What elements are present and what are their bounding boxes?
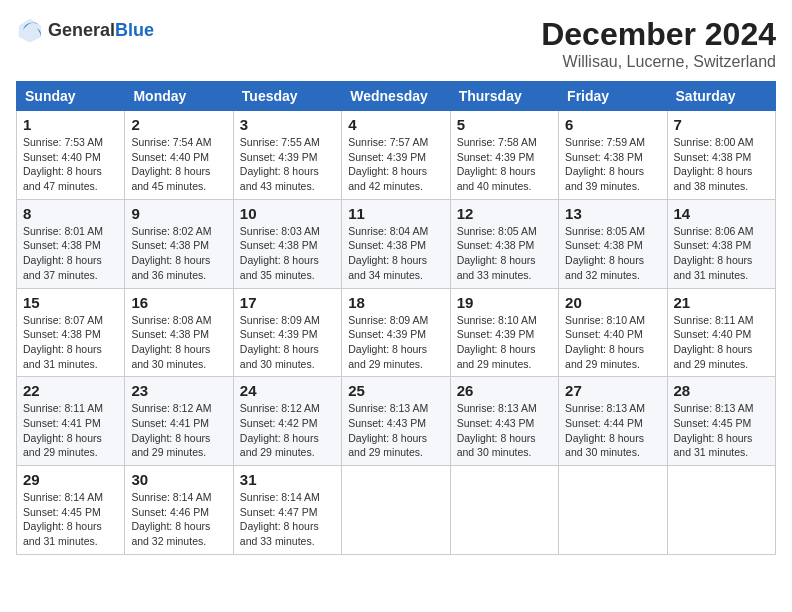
day-info: Sunrise: 8:14 AMSunset: 4:47 PMDaylight:… <box>240 490 335 549</box>
day-info: Sunrise: 8:09 AMSunset: 4:39 PMDaylight:… <box>348 313 443 372</box>
day-info: Sunrise: 8:09 AMSunset: 4:39 PMDaylight:… <box>240 313 335 372</box>
weekday-header-thursday: Thursday <box>450 82 558 111</box>
day-number: 4 <box>348 116 443 133</box>
calendar-cell: 14Sunrise: 8:06 AMSunset: 4:38 PMDayligh… <box>667 199 775 288</box>
logo-blue: Blue <box>115 20 154 40</box>
weekday-header-monday: Monday <box>125 82 233 111</box>
calendar-week-row: 22Sunrise: 8:11 AMSunset: 4:41 PMDayligh… <box>17 377 776 466</box>
day-info: Sunrise: 8:14 AMSunset: 4:46 PMDaylight:… <box>131 490 226 549</box>
day-info: Sunrise: 8:07 AMSunset: 4:38 PMDaylight:… <box>23 313 118 372</box>
calendar-cell: 26Sunrise: 8:13 AMSunset: 4:43 PMDayligh… <box>450 377 558 466</box>
day-number: 24 <box>240 382 335 399</box>
calendar-cell: 30Sunrise: 8:14 AMSunset: 4:46 PMDayligh… <box>125 466 233 555</box>
day-info: Sunrise: 8:13 AMSunset: 4:45 PMDaylight:… <box>674 401 769 460</box>
day-info: Sunrise: 7:55 AMSunset: 4:39 PMDaylight:… <box>240 135 335 194</box>
location-title: Willisau, Lucerne, Switzerland <box>541 53 776 71</box>
logo-icon <box>16 16 44 44</box>
day-number: 14 <box>674 205 769 222</box>
day-number: 15 <box>23 294 118 311</box>
day-number: 18 <box>348 294 443 311</box>
calendar-cell: 12Sunrise: 8:05 AMSunset: 4:38 PMDayligh… <box>450 199 558 288</box>
day-info: Sunrise: 7:53 AMSunset: 4:40 PMDaylight:… <box>23 135 118 194</box>
calendar-cell: 13Sunrise: 8:05 AMSunset: 4:38 PMDayligh… <box>559 199 667 288</box>
weekday-header-tuesday: Tuesday <box>233 82 341 111</box>
weekday-header-saturday: Saturday <box>667 82 775 111</box>
day-number: 31 <box>240 471 335 488</box>
day-info: Sunrise: 8:13 AMSunset: 4:43 PMDaylight:… <box>457 401 552 460</box>
calendar-cell: 21Sunrise: 8:11 AMSunset: 4:40 PMDayligh… <box>667 288 775 377</box>
calendar-week-row: 8Sunrise: 8:01 AMSunset: 4:38 PMDaylight… <box>17 199 776 288</box>
day-info: Sunrise: 7:57 AMSunset: 4:39 PMDaylight:… <box>348 135 443 194</box>
calendar-cell <box>667 466 775 555</box>
day-info: Sunrise: 7:54 AMSunset: 4:40 PMDaylight:… <box>131 135 226 194</box>
day-info: Sunrise: 8:08 AMSunset: 4:38 PMDaylight:… <box>131 313 226 372</box>
calendar-cell: 18Sunrise: 8:09 AMSunset: 4:39 PMDayligh… <box>342 288 450 377</box>
calendar-cell: 7Sunrise: 8:00 AMSunset: 4:38 PMDaylight… <box>667 111 775 200</box>
day-info: Sunrise: 7:59 AMSunset: 4:38 PMDaylight:… <box>565 135 660 194</box>
calendar-cell: 1Sunrise: 7:53 AMSunset: 4:40 PMDaylight… <box>17 111 125 200</box>
calendar-cell: 3Sunrise: 7:55 AMSunset: 4:39 PMDaylight… <box>233 111 341 200</box>
logo: GeneralBlue <box>16 16 154 44</box>
calendar-cell: 2Sunrise: 7:54 AMSunset: 4:40 PMDaylight… <box>125 111 233 200</box>
calendar-cell: 24Sunrise: 8:12 AMSunset: 4:42 PMDayligh… <box>233 377 341 466</box>
calendar-cell: 8Sunrise: 8:01 AMSunset: 4:38 PMDaylight… <box>17 199 125 288</box>
day-info: Sunrise: 8:10 AMSunset: 4:39 PMDaylight:… <box>457 313 552 372</box>
calendar-cell: 11Sunrise: 8:04 AMSunset: 4:38 PMDayligh… <box>342 199 450 288</box>
day-number: 7 <box>674 116 769 133</box>
day-number: 8 <box>23 205 118 222</box>
day-number: 26 <box>457 382 552 399</box>
day-info: Sunrise: 8:12 AMSunset: 4:41 PMDaylight:… <box>131 401 226 460</box>
day-number: 2 <box>131 116 226 133</box>
calendar-cell: 23Sunrise: 8:12 AMSunset: 4:41 PMDayligh… <box>125 377 233 466</box>
day-info: Sunrise: 8:05 AMSunset: 4:38 PMDaylight:… <box>565 224 660 283</box>
day-number: 20 <box>565 294 660 311</box>
calendar-cell: 17Sunrise: 8:09 AMSunset: 4:39 PMDayligh… <box>233 288 341 377</box>
day-number: 11 <box>348 205 443 222</box>
calendar-table: SundayMondayTuesdayWednesdayThursdayFrid… <box>16 81 776 555</box>
day-number: 17 <box>240 294 335 311</box>
day-number: 12 <box>457 205 552 222</box>
calendar-cell: 28Sunrise: 8:13 AMSunset: 4:45 PMDayligh… <box>667 377 775 466</box>
day-number: 19 <box>457 294 552 311</box>
day-info: Sunrise: 8:01 AMSunset: 4:38 PMDaylight:… <box>23 224 118 283</box>
day-number: 16 <box>131 294 226 311</box>
day-info: Sunrise: 8:13 AMSunset: 4:43 PMDaylight:… <box>348 401 443 460</box>
weekday-header-row: SundayMondayTuesdayWednesdayThursdayFrid… <box>17 82 776 111</box>
calendar-cell: 25Sunrise: 8:13 AMSunset: 4:43 PMDayligh… <box>342 377 450 466</box>
calendar-cell: 4Sunrise: 7:57 AMSunset: 4:39 PMDaylight… <box>342 111 450 200</box>
calendar-cell: 16Sunrise: 8:08 AMSunset: 4:38 PMDayligh… <box>125 288 233 377</box>
day-info: Sunrise: 8:04 AMSunset: 4:38 PMDaylight:… <box>348 224 443 283</box>
calendar-week-row: 15Sunrise: 8:07 AMSunset: 4:38 PMDayligh… <box>17 288 776 377</box>
calendar-cell <box>559 466 667 555</box>
calendar-cell <box>342 466 450 555</box>
day-number: 22 <box>23 382 118 399</box>
weekday-header-wednesday: Wednesday <box>342 82 450 111</box>
day-number: 28 <box>674 382 769 399</box>
day-number: 3 <box>240 116 335 133</box>
calendar-cell: 31Sunrise: 8:14 AMSunset: 4:47 PMDayligh… <box>233 466 341 555</box>
svg-marker-0 <box>19 19 41 43</box>
calendar-cell: 10Sunrise: 8:03 AMSunset: 4:38 PMDayligh… <box>233 199 341 288</box>
day-number: 10 <box>240 205 335 222</box>
day-number: 27 <box>565 382 660 399</box>
calendar-cell: 6Sunrise: 7:59 AMSunset: 4:38 PMDaylight… <box>559 111 667 200</box>
day-number: 25 <box>348 382 443 399</box>
calendar-cell: 22Sunrise: 8:11 AMSunset: 4:41 PMDayligh… <box>17 377 125 466</box>
calendar-cell <box>450 466 558 555</box>
day-info: Sunrise: 7:58 AMSunset: 4:39 PMDaylight:… <box>457 135 552 194</box>
day-number: 9 <box>131 205 226 222</box>
day-info: Sunrise: 8:10 AMSunset: 4:40 PMDaylight:… <box>565 313 660 372</box>
calendar-cell: 9Sunrise: 8:02 AMSunset: 4:38 PMDaylight… <box>125 199 233 288</box>
day-info: Sunrise: 8:06 AMSunset: 4:38 PMDaylight:… <box>674 224 769 283</box>
day-number: 29 <box>23 471 118 488</box>
day-info: Sunrise: 8:11 AMSunset: 4:40 PMDaylight:… <box>674 313 769 372</box>
day-number: 5 <box>457 116 552 133</box>
calendar-cell: 19Sunrise: 8:10 AMSunset: 4:39 PMDayligh… <box>450 288 558 377</box>
logo-general: General <box>48 20 115 40</box>
day-number: 13 <box>565 205 660 222</box>
day-number: 21 <box>674 294 769 311</box>
page-header: GeneralBlue December 2024 Willisau, Luce… <box>16 16 776 71</box>
weekday-header-sunday: Sunday <box>17 82 125 111</box>
day-number: 1 <box>23 116 118 133</box>
logo-text: GeneralBlue <box>48 20 154 41</box>
